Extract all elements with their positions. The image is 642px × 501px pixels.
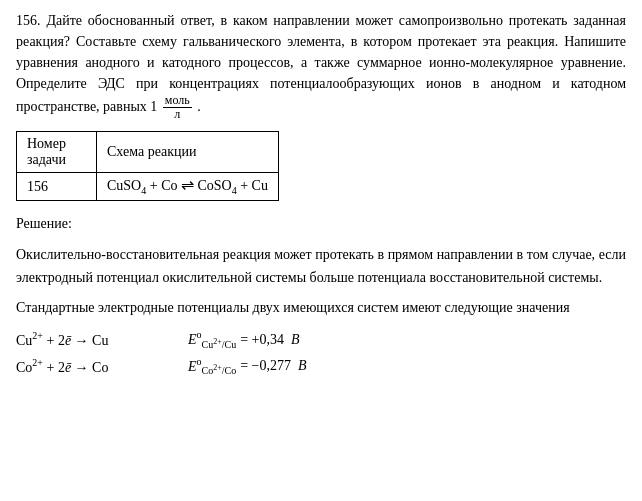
unit-dot: .: [197, 99, 201, 114]
eq1-right: EoCu2+/Cu = +0,34 В: [188, 329, 300, 349]
solution-label: Решение:: [16, 213, 626, 234]
reaction-table-container: Номер задачи Схема реакции 156 CuSO4 + C…: [16, 131, 626, 201]
eq1-val: = +0,34 В: [240, 332, 299, 348]
eq2-row: Co2+ + 2ē → Co EoCo2+/Co = −0,277 В: [16, 356, 307, 376]
equations-section: Cu2+ + 2ē → Cu EoCu2+/Cu = +0,34 В Co2+ …: [16, 329, 626, 376]
unit-fraction: моль л: [163, 94, 192, 121]
table-header-row: Номер задачи Схема реакции: [17, 132, 279, 173]
col-header-number: Номер задачи: [17, 132, 97, 173]
eq2-val: = −0,277 В: [240, 358, 306, 374]
table-data-row: 156 CuSO4 + Co ⇌ CoSO4 + Cu: [17, 173, 279, 201]
eq2-left: Co2+ + 2ē → Co: [16, 357, 176, 376]
eq1-E: EoCu2+/Cu: [188, 329, 236, 349]
unit-numerator: моль: [163, 94, 192, 108]
problem-body: Дайте обоснованный ответ, в каком направ…: [16, 13, 626, 114]
eq2-E: EoCo2+/Co: [188, 356, 236, 376]
unit-denominator: л: [172, 108, 182, 121]
task-number-cell: 156: [17, 173, 97, 201]
problem-number: 156.: [16, 13, 41, 28]
solution-paragraph-1: Окислительно-восстановительная реакция м…: [16, 244, 626, 289]
reaction-cell: CuSO4 + Co ⇌ CoSO4 + Cu: [97, 173, 279, 201]
col-header-reaction: Схема реакции: [97, 132, 279, 173]
eq1-left: Cu2+ + 2ē → Cu: [16, 330, 176, 349]
reaction-formula: CuSO4 + Co ⇌ CoSO4 + Cu: [107, 178, 268, 193]
equation-group: Cu2+ + 2ē → Cu EoCu2+/Cu = +0,34 В Co2+ …: [16, 329, 307, 376]
eq2-right: EoCo2+/Co = −0,277 В: [188, 356, 307, 376]
problem-text: 156. Дайте обоснованный ответ, в каком н…: [16, 10, 626, 121]
reaction-table: Номер задачи Схема реакции 156 CuSO4 + C…: [16, 131, 279, 201]
eq1-row: Cu2+ + 2ē → Cu EoCu2+/Cu = +0,34 В: [16, 329, 307, 349]
problem-container: 156. Дайте обоснованный ответ, в каком н…: [16, 10, 626, 376]
solution-paragraph-2: Стандартные электродные потенциалы двух …: [16, 297, 626, 319]
